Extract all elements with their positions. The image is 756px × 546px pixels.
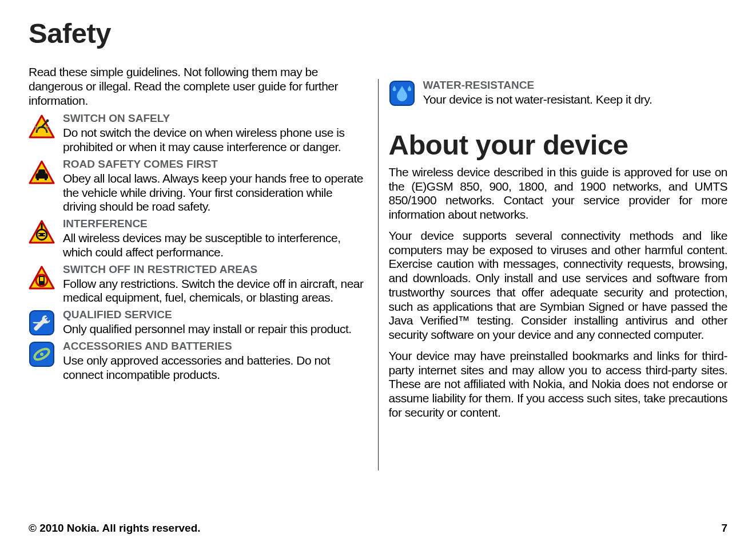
item-body: All wireless devices may be susceptible …	[63, 231, 368, 260]
item-title: SWITCH ON SAFELY	[63, 112, 368, 125]
road-safety-icon	[29, 159, 55, 185]
item-title: INTERFERENCE	[63, 217, 368, 230]
item-body: Your device is not water-resistant. Keep…	[423, 93, 728, 107]
safety-heading: Safety	[29, 17, 368, 49]
page-footer: © 2010 Nokia. All rights reserved. 7	[29, 505, 727, 535]
item-title: SWITCH OFF IN RESTRICTED AREAS	[63, 263, 368, 276]
about-heading: About your device	[389, 129, 728, 161]
about-para-1: The wireless device described in this gu…	[389, 165, 728, 222]
switch-off-icon	[29, 264, 55, 291]
item-body: Use only approved accessories and batter…	[63, 354, 368, 382]
page-number: 7	[721, 522, 727, 535]
column-divider	[378, 79, 379, 470]
safety-item-accessories: ACCESSORIES AND BATTERIES Use only appro…	[29, 340, 368, 382]
about-para-2: Your device supports several connectivit…	[389, 229, 728, 342]
item-body: Only qualified personnel may install or …	[63, 322, 368, 337]
right-column: WATER-RESISTANCE Your device is not wate…	[389, 17, 728, 505]
two-column-layout: Safety Read these simple guidelines. Not…	[29, 17, 727, 505]
safety-item-water: WATER-RESISTANCE Your device is not wate…	[389, 79, 728, 107]
safety-item-switch-on: SWITCH ON SAFELY Do not switch the devic…	[29, 112, 368, 155]
document-page: Safety Read these simple guidelines. Not…	[0, 0, 756, 546]
wrench-icon	[29, 310, 55, 336]
safety-item-service: QUALIFIED SERVICE Only qualified personn…	[29, 308, 368, 337]
item-title: ROAD SAFETY COMES FIRST	[63, 158, 368, 171]
accessories-icon	[29, 341, 55, 367]
item-title: ACCESSORIES AND BATTERIES	[63, 340, 368, 353]
item-title: QUALIFIED SERVICE	[63, 308, 368, 321]
copyright: © 2010 Nokia. All rights reserved.	[29, 522, 201, 535]
safety-item-road: ROAD SAFETY COMES FIRST Obey all local l…	[29, 158, 368, 214]
safety-item-interference: INTERFERENCE All wireless devices may be…	[29, 217, 368, 260]
item-title: WATER-RESISTANCE	[423, 79, 728, 92]
safety-intro: Read these simple guidelines. Not follow…	[29, 65, 368, 108]
left-column: Safety Read these simple guidelines. Not…	[29, 17, 368, 505]
about-para-3: Your device may have preinstalled bookma…	[389, 349, 728, 420]
item-body: Obey all local laws. Always keep your ha…	[63, 172, 368, 214]
switch-on-icon	[29, 113, 55, 140]
item-body: Do not switch the device on when wireles…	[63, 126, 368, 155]
interference-icon	[29, 219, 55, 245]
safety-item-switch-off: SWITCH OFF IN RESTRICTED AREAS Follow an…	[29, 263, 368, 306]
water-icon	[389, 80, 415, 106]
item-body: Follow any restrictions. Switch the devi…	[63, 277, 368, 306]
